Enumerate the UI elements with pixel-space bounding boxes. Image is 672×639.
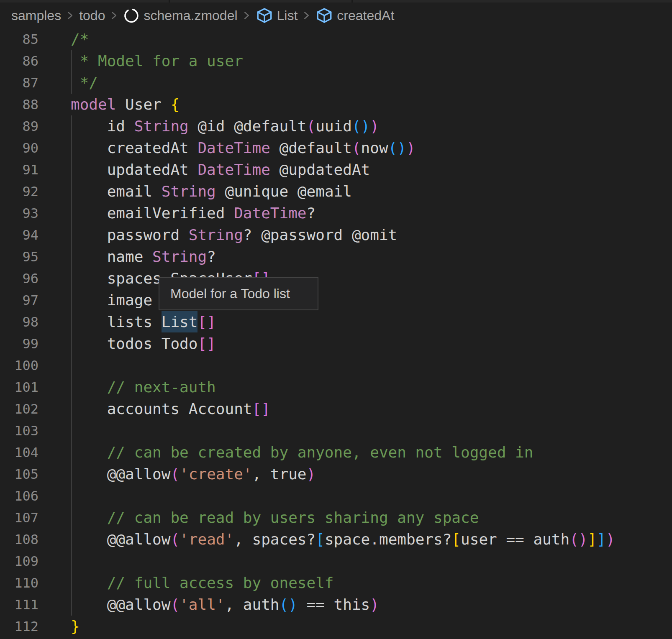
- breadcrumb-item-samples[interactable]: samples: [11, 8, 61, 23]
- code-token: String: [152, 248, 207, 265]
- code-token: model: [71, 96, 116, 113]
- line-number: 87: [0, 72, 38, 94]
- code-line[interactable]: 104 // can be created by anyone, even no…: [0, 442, 672, 463]
- code-token: name: [71, 248, 152, 265]
- tab-separator: [169, 0, 170, 3]
- tab-separator: [351, 0, 353, 3]
- chevron-right-icon: [243, 9, 250, 22]
- code-line[interactable]: 97 image: [0, 289, 672, 311]
- code-line[interactable]: 108 @@allow('read', spaces?[space.member…: [0, 529, 672, 550]
- code-token: (): [280, 596, 298, 613]
- code-line[interactable]: 95 name String?: [0, 246, 672, 268]
- code-line[interactable]: 110 // full access by oneself: [0, 572, 672, 594]
- code-text: name String?: [38, 246, 216, 268]
- code-token: , true: [252, 465, 307, 483]
- code-text: */: [38, 72, 98, 94]
- line-number: 86: [0, 50, 38, 72]
- symbol-cube-icon: [315, 7, 333, 24]
- code-token: == this: [298, 596, 370, 613]
- code-token: String: [189, 226, 243, 243]
- code-line[interactable]: 105 @@allow('create', true): [0, 463, 672, 485]
- code-token: email: [71, 183, 162, 200]
- code-line[interactable]: 107 // can be read by users sharing any …: [0, 507, 672, 529]
- code-token: DateTime: [197, 161, 270, 178]
- code-line[interactable]: 100: [0, 355, 672, 376]
- line-number: 93: [0, 202, 38, 224]
- code-line[interactable]: 90 createdAt DateTime @default(now()): [0, 137, 672, 159]
- code-token: ]: [588, 531, 597, 548]
- code-line[interactable]: 101 // next-auth: [0, 376, 672, 398]
- code-line[interactable]: 92 email String @unique @email: [0, 181, 672, 202]
- line-number: 95: [0, 246, 38, 268]
- code-text: [38, 355, 71, 376]
- code-line[interactable]: 99 todos Todo[]: [0, 333, 672, 355]
- line-number: 111: [0, 594, 38, 616]
- line-number: 94: [0, 224, 38, 246]
- code-text: // can be created by anyone, even not lo…: [38, 442, 533, 463]
- code-token: (: [569, 531, 579, 548]
- code-line[interactable]: 85/*: [0, 28, 672, 50]
- code-token: @unique @email: [216, 183, 352, 200]
- code-line[interactable]: 87 */: [0, 72, 672, 94]
- code-token: @updatedAt: [270, 161, 370, 178]
- code-text: // can be read by users sharing any spac…: [38, 507, 479, 529]
- breadcrumb-label: samples: [11, 8, 61, 23]
- line-number: 110: [0, 572, 38, 594]
- code-token: (: [170, 531, 180, 548]
- code-line[interactable]: 96 spaces SpaceUser[]: [0, 268, 672, 289]
- code-line[interactable]: 98 lists List[]: [0, 311, 672, 333]
- code-line[interactable]: 106: [0, 485, 672, 507]
- line-number: 85: [0, 28, 38, 50]
- tab-bar-edge: [0, 0, 672, 3]
- line-number: 103: [0, 420, 38, 442]
- code-token: (: [170, 596, 180, 613]
- chevron-right-icon: [303, 9, 310, 22]
- code-text: updatedAt DateTime @updatedAt: [38, 159, 370, 181]
- code-token: ): [370, 596, 379, 613]
- code-text: email String @unique @email: [38, 181, 352, 202]
- code-token: @id @default: [189, 118, 307, 135]
- word-highlight: List: [162, 311, 198, 332]
- code-line[interactable]: 88model User {: [0, 94, 672, 115]
- code-line[interactable]: 103: [0, 420, 672, 442]
- chevron-right-icon: [110, 9, 118, 22]
- code-token: 'create': [180, 465, 252, 483]
- code-token: todos Todo: [71, 335, 197, 352]
- code-line[interactable]: 112}: [0, 616, 672, 637]
- code-text: @@allow('read', spaces?[space.members?[u…: [38, 529, 615, 550]
- breadcrumb-item-todo[interactable]: todo: [79, 8, 105, 23]
- sync-icon: [123, 7, 140, 24]
- code-token: ? @password @omit: [243, 226, 397, 243]
- code-token: DateTime: [197, 139, 270, 156]
- code-line[interactable]: 93 emailVerified DateTime?: [0, 202, 672, 224]
- code-token: * Model for a user: [71, 52, 243, 69]
- code-line[interactable]: 94 password String? @password @omit: [0, 224, 672, 246]
- code-line[interactable]: 102 accounts Account[]: [0, 398, 672, 420]
- code-token: String: [162, 183, 216, 200]
- code-token: ?: [307, 204, 316, 222]
- code-text: lists List[]: [38, 311, 216, 333]
- code-line[interactable]: 111 @@allow('all', auth() == this): [0, 594, 672, 616]
- editor-code-area[interactable]: 85/*86 * Model for a user87 */88model Us…: [0, 28, 672, 637]
- breadcrumb-item-list[interactable]: List: [256, 7, 298, 24]
- breadcrumb-item-createdat[interactable]: createdAt: [315, 7, 394, 24]
- breadcrumb-item-schema-zmodel[interactable]: schema.zmodel: [123, 7, 237, 24]
- code-token: , auth: [225, 596, 279, 613]
- code-text: // full access by oneself: [38, 572, 334, 594]
- code-token: ): [307, 465, 316, 483]
- code-line[interactable]: 89 id String @id @default(uuid()): [0, 115, 672, 137]
- code-line[interactable]: 109: [0, 550, 672, 572]
- code-token: ?: [207, 248, 216, 265]
- code-token: */: [71, 74, 98, 91]
- breadcrumb-label: List: [277, 8, 298, 23]
- code-token: }: [71, 618, 80, 635]
- code-text: @@allow('all', auth() == this): [38, 594, 379, 616]
- code-token: (: [170, 465, 180, 483]
- code-line[interactable]: 86 * Model for a user: [0, 50, 672, 72]
- line-number: 107: [0, 507, 38, 529]
- line-number: 97: [0, 289, 38, 311]
- line-number: 106: [0, 485, 38, 507]
- code-line[interactable]: 91 updatedAt DateTime @updatedAt: [0, 159, 672, 181]
- code-token: []: [197, 313, 215, 330]
- code-token: [: [315, 531, 325, 548]
